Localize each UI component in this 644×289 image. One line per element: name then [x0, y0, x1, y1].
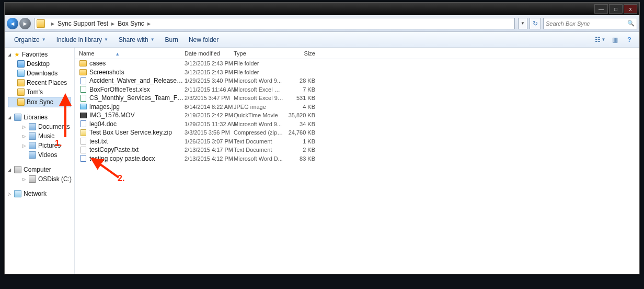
col-size[interactable]: Size	[284, 50, 315, 57]
help-button[interactable]: ?	[624, 35, 635, 45]
file-row[interactable]: IMG_1576.MOV2/19/2015 2:42 PMQuickTime M…	[79, 111, 639, 120]
file-row[interactable]: BoxForOfficeTest.xlsx2/11/2015 11:46 AMM…	[79, 85, 639, 94]
file-type: Microsoft Excel 97...	[234, 95, 284, 101]
file-row[interactable]: cases3/12/2015 2:43 PMFile folder	[79, 59, 639, 68]
file-date: 2/11/2015 11:46 AM	[185, 86, 234, 93]
view-mode-button[interactable]: ☷▼	[594, 35, 606, 45]
file-name: test.txt	[89, 138, 185, 145]
computer-icon	[14, 166, 21, 173]
file-date: 2/13/2015 4:17 PM	[185, 147, 234, 153]
nav-box-sync[interactable]: Box Sync	[8, 97, 71, 107]
file-type: Microsoft Word D...	[234, 155, 284, 162]
search-box[interactable]: 🔍	[543, 18, 637, 29]
file-name: Test Box User Service.key.zip	[89, 129, 185, 136]
nav-forward-button[interactable]: ►	[19, 18, 31, 29]
libraries-header[interactable]: ◢Libraries	[8, 113, 74, 122]
preview-pane-button[interactable]: ▥	[609, 35, 620, 45]
file-row[interactable]: images.jpg8/14/2014 8:22 AMJPEG image4 K…	[79, 103, 639, 112]
file-row[interactable]: testing copy paste.docx2/13/2015 4:12 PM…	[79, 154, 639, 163]
include-in-library-menu[interactable]: Include in library▼	[51, 34, 113, 46]
network-icon	[14, 190, 21, 197]
col-type[interactable]: Type	[234, 50, 284, 57]
favorites-header[interactable]: ◢★Favorites	[8, 50, 74, 59]
file-size: 35,820 KB	[284, 112, 315, 118]
breadcrumb-sep: ▸	[51, 20, 54, 27]
file-name: testCopyPaste.txt	[89, 146, 185, 153]
breadcrumb-seg-1[interactable]: Box Sync	[118, 20, 144, 27]
file-name: images.jpg	[89, 103, 185, 110]
videos-icon	[29, 151, 36, 159]
nav-desktop[interactable]: Desktop	[8, 59, 74, 69]
file-name: leg04.doc	[89, 120, 185, 128]
drive-icon	[29, 175, 36, 183]
network-header[interactable]: ▷Network	[8, 189, 74, 198]
nav-videos[interactable]: ▷Videos	[8, 150, 74, 160]
col-name[interactable]: Name▲	[79, 50, 185, 57]
breadcrumb-sep: ▸	[147, 20, 151, 27]
file-name: cases	[89, 60, 185, 67]
file-type: Text Document	[234, 147, 284, 153]
file-size: 34 KB	[284, 121, 315, 127]
folder-icon	[37, 19, 45, 28]
file-row[interactable]: testCopyPaste.txt2/13/2015 4:17 PMText D…	[79, 146, 639, 154]
share-with-menu[interactable]: Share with▼	[113, 34, 160, 46]
nav-recent-places[interactable]: Recent Places	[8, 78, 74, 87]
file-date: 8/14/2014 8:22 AM	[185, 104, 234, 110]
organize-menu[interactable]: Organize▼	[9, 34, 51, 46]
nav-back-button[interactable]: ◄	[7, 18, 18, 29]
libraries-icon	[14, 114, 21, 121]
file-row[interactable]: CS_Monthly_Services_Team_Forecast.xls2/3…	[79, 94, 639, 103]
txt-icon	[79, 138, 87, 145]
close-button[interactable]: x	[624, 4, 637, 14]
nav-music[interactable]: ▷Music	[8, 131, 74, 141]
file-name: BoxForOfficeTest.xlsx	[89, 86, 185, 93]
desktop-icon	[17, 60, 25, 68]
breadcrumb-sep: ▸	[111, 20, 114, 27]
nav-downloads[interactable]: Downloads	[8, 69, 74, 78]
file-size: 83 KB	[284, 155, 315, 162]
pictures-icon	[29, 142, 36, 149]
file-size: 7 KB	[284, 86, 315, 93]
file-name: CS_Monthly_Services_Team_Forecast.xls	[89, 94, 185, 102]
documents-icon	[29, 123, 36, 130]
maximize-button[interactable]: □	[609, 4, 623, 14]
file-date: 2/19/2015 2:42 PM	[185, 112, 234, 118]
file-row[interactable]: Accident_Waiver_and_Release_of_Liabilit.…	[79, 76, 639, 85]
address-dropdown-button[interactable]: ▼	[518, 18, 527, 29]
file-row[interactable]: test.txt1/26/2015 3:07 PMText Document1 …	[79, 137, 639, 146]
file-name: Accident_Waiver_and_Release_of_Liabilit.…	[89, 77, 185, 84]
folder-icon	[79, 69, 87, 76]
img-icon	[79, 103, 87, 110]
folder-icon	[17, 98, 25, 106]
computer-header[interactable]: ◢Computer	[8, 165, 74, 174]
col-date[interactable]: Date modified	[185, 50, 234, 57]
burn-button[interactable]: Burn	[160, 34, 183, 46]
search-input[interactable]	[546, 20, 625, 27]
nav-toms[interactable]: Tom's	[8, 87, 74, 97]
file-type: JPEG image	[234, 104, 284, 110]
nav-documents[interactable]: ▷Documents	[8, 122, 74, 131]
column-headers: Name▲ Date modified Type Size	[75, 48, 639, 59]
nav-osdisk[interactable]: ▷OSDisk (C:)	[8, 174, 74, 184]
file-date: 3/3/2015 3:56 PM	[185, 129, 234, 136]
minimize-button[interactable]: —	[594, 4, 608, 14]
file-type: File folder	[234, 69, 284, 75]
file-size: 24,760 KB	[284, 129, 315, 136]
file-size: 2 KB	[284, 147, 315, 153]
file-row[interactable]: leg04.doc1/29/2015 11:32 AMMicrosoft Wor…	[79, 120, 639, 129]
sort-asc-icon: ▲	[115, 51, 120, 57]
file-row[interactable]: Test Box User Service.key.zip3/3/2015 3:…	[79, 128, 639, 137]
file-size: 28 KB	[284, 77, 315, 84]
breadcrumb-seg-0[interactable]: Sync Support Test	[58, 20, 108, 27]
doc-icon	[79, 77, 87, 84]
new-folder-button[interactable]: New folder	[183, 34, 224, 46]
folder-icon	[17, 88, 25, 96]
file-date: 3/12/2015 2:43 PM	[185, 60, 234, 66]
file-row[interactable]: Screenshots3/12/2015 2:43 PMFile folder	[79, 68, 639, 77]
nav-pictures[interactable]: ▷Pictures	[8, 141, 74, 150]
mov-icon	[79, 112, 87, 119]
address-bar: ◄ ► ▸ Sync Support Test ▸ Box Sync ▸ ▼ ↻…	[5, 15, 639, 32]
file-list: Name▲ Date modified Type Size cases3/12/…	[75, 48, 639, 274]
refresh-button[interactable]: ↻	[530, 18, 541, 29]
breadcrumb[interactable]: ▸ Sync Support Test ▸ Box Sync ▸	[34, 18, 515, 29]
